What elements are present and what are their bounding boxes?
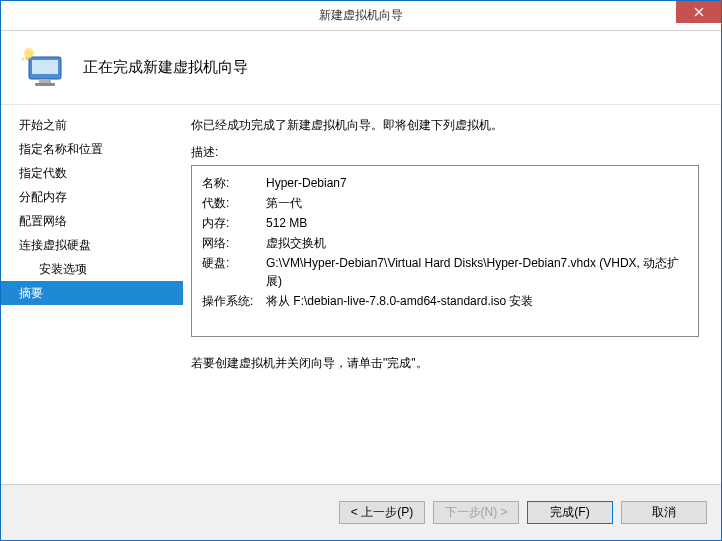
svg-rect-3: [32, 60, 58, 74]
description-label: 描述:: [191, 144, 699, 161]
desc-key: 硬盘:: [202, 254, 266, 290]
svg-point-8: [24, 48, 34, 58]
wizard-sidebar: 开始之前 指定名称和位置 指定代数 分配内存 配置网络 连接虚拟硬盘 安装选项 …: [1, 105, 183, 484]
previous-button[interactable]: < 上一步(P): [339, 501, 425, 524]
sidebar-item-install-options[interactable]: 安装选项: [1, 257, 183, 281]
footer-note: 若要创建虚拟机并关闭向导，请单击"完成"。: [191, 355, 699, 372]
svg-rect-5: [35, 83, 55, 86]
desc-key: 内存:: [202, 214, 266, 232]
next-button: 下一步(N) >: [433, 501, 519, 524]
desc-key: 操作系统:: [202, 292, 266, 310]
desc-val: G:\VM\Hyper-Debian7\Virtual Hard Disks\H…: [266, 254, 688, 290]
wizard-window: 新建虚拟机向导 正在完成新建虚拟机向导 开始之前 指定名称和位置: [0, 0, 722, 541]
desc-val: Hyper-Debian7: [266, 174, 347, 192]
sidebar-item-summary[interactable]: 摘要: [1, 281, 183, 305]
desc-row-network: 网络: 虚拟交换机: [202, 234, 688, 252]
desc-key: 名称:: [202, 174, 266, 192]
close-button[interactable]: [676, 1, 721, 23]
desc-val: 将从 F:\debian-live-7.8.0-amd64-standard.i…: [266, 292, 533, 310]
desc-row-os: 操作系统: 将从 F:\debian-live-7.8.0-amd64-stan…: [202, 292, 688, 310]
button-bar: < 上一步(P) 下一步(N) > 完成(F) 取消: [1, 484, 721, 540]
description-box: 名称: Hyper-Debian7 代数: 第一代 内存: 512 MB 网络:…: [191, 165, 699, 337]
svg-rect-4: [39, 79, 51, 83]
desc-val: 虚拟交换机: [266, 234, 326, 252]
svg-marker-7: [21, 57, 25, 61]
sidebar-item-network[interactable]: 配置网络: [1, 209, 183, 233]
titlebar: 新建虚拟机向导: [1, 1, 721, 31]
desc-row-hard-disk: 硬盘: G:\VM\Hyper-Debian7\Virtual Hard Dis…: [202, 254, 688, 290]
sidebar-item-memory[interactable]: 分配内存: [1, 185, 183, 209]
window-title: 新建虚拟机向导: [319, 7, 403, 24]
wizard-header: 正在完成新建虚拟机向导: [1, 31, 721, 105]
wizard-icon: [19, 43, 69, 93]
sidebar-item-hard-disk[interactable]: 连接虚拟硬盘: [1, 233, 183, 257]
close-icon: [694, 7, 704, 17]
desc-key: 网络:: [202, 234, 266, 252]
cancel-button[interactable]: 取消: [621, 501, 707, 524]
wizard-main: 你已经成功完成了新建虚拟机向导。即将创建下列虚拟机。 描述: 名称: Hyper…: [183, 105, 721, 484]
wizard-body: 开始之前 指定名称和位置 指定代数 分配内存 配置网络 连接虚拟硬盘 安装选项 …: [1, 105, 721, 484]
desc-val: 第一代: [266, 194, 302, 212]
desc-val: 512 MB: [266, 214, 307, 232]
desc-row-generation: 代数: 第一代: [202, 194, 688, 212]
sidebar-item-generation[interactable]: 指定代数: [1, 161, 183, 185]
desc-row-memory: 内存: 512 MB: [202, 214, 688, 232]
sidebar-item-before-begin[interactable]: 开始之前: [1, 113, 183, 137]
page-title: 正在完成新建虚拟机向导: [83, 58, 248, 77]
finish-button[interactable]: 完成(F): [527, 501, 613, 524]
desc-key: 代数:: [202, 194, 266, 212]
intro-text: 你已经成功完成了新建虚拟机向导。即将创建下列虚拟机。: [191, 117, 699, 134]
desc-row-name: 名称: Hyper-Debian7: [202, 174, 688, 192]
sidebar-item-name-location[interactable]: 指定名称和位置: [1, 137, 183, 161]
